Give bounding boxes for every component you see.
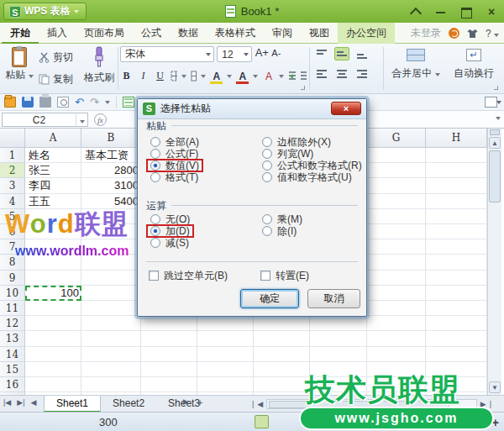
align-center-button[interactable] [334,67,349,81]
cell-A2[interactable]: 张三 [25,163,81,178]
row-header-11[interactable]: 11 [0,301,25,316]
col-header-H[interactable]: H [426,129,487,148]
row-header-3[interactable]: 3 [0,178,25,193]
scroll-right-icon[interactable]: ▶ [480,400,486,408]
cell-A4[interactable]: 王五 [25,194,81,209]
tab-视图[interactable]: 视图 [301,23,338,44]
dialog-title-bar[interactable]: S 选择性粘贴 × [138,99,366,119]
decrease-indent-icon[interactable] [288,71,295,81]
chevron-down-icon[interactable] [181,75,186,78]
skin-tshirt-icon[interactable] [467,29,478,39]
operation-option-减(S)[interactable]: 减(S) [146,236,194,250]
tab-插入[interactable]: 插入 [39,23,76,44]
tab-页面布局[interactable]: 页面布局 [76,23,133,44]
sheet-tab-Sheet1[interactable]: Sheet1 [44,396,101,413]
vertical-scrollbar[interactable]: ▲ ▼ [487,129,501,395]
redo-icon[interactable]: ↷ [90,97,99,108]
scroll-up-icon[interactable]: ▲ [489,137,501,149]
cell-B4[interactable]: 5400 [81,194,141,209]
col-header-G[interactable]: G [367,129,426,148]
operation-option-除(I)[interactable]: 除(I) [258,224,307,238]
increase-font-button[interactable]: A+ [255,46,269,59]
maximize-button[interactable] [460,7,472,17]
cut-button[interactable]: 剪切 [39,49,73,66]
align-middle-button[interactable] [334,47,349,60]
draw-border-grid-icon[interactable] [191,71,197,81]
align-right-button[interactable] [354,67,370,81]
merge-center-button[interactable]: 合并居中 [388,47,444,81]
close-button[interactable]: × [486,7,497,17]
chevron-down-icon[interactable] [253,75,258,78]
minimize-button[interactable] [435,7,447,17]
copy-button[interactable]: 复制 [39,71,73,87]
sheet-tab-Sheet2[interactable]: Sheet2 [101,396,156,413]
row-header-14[interactable]: 14 [0,347,25,362]
cell-B1[interactable]: 基本工资 [81,148,141,163]
chevron-down-icon[interactable] [227,75,232,78]
decrease-font-button[interactable]: A- [271,48,281,58]
bold-button[interactable]: B [120,70,133,82]
scrollbar-thumb[interactable] [489,150,501,202]
ok-button[interactable]: 确定 [240,289,299,308]
tab-表格样式[interactable]: 表格样式 [207,23,264,44]
row-header-8[interactable]: 8 [0,255,25,270]
dialog-close-button[interactable]: × [331,102,361,115]
cell-B3[interactable]: 3100 [81,178,141,193]
paste-option-格式(T)[interactable]: 格式(T) [146,171,203,184]
open-file-icon[interactable] [4,97,16,108]
row-header-1[interactable]: 1 [0,148,25,163]
print-icon[interactable] [39,97,51,108]
chevron-down-icon[interactable] [201,75,206,78]
row-header-10[interactable]: 10 [0,286,25,301]
font-color-button[interactable]: A [236,71,249,82]
row-header-9[interactable]: 9 [0,271,25,286]
transpose-checkbox[interactable]: 转置(E) [260,269,309,282]
zoom-in-button[interactable]: + [492,416,499,429]
insert-function-button[interactable]: fx [94,113,107,126]
tab-审阅[interactable]: 审阅 [264,23,301,44]
collapse-ribbon-button[interactable] [410,7,422,17]
prev-sheet-icon[interactable]: ◀ [31,398,37,407]
split-handle[interactable] [490,129,500,135]
save-icon[interactable] [22,97,34,108]
normal-view-button[interactable] [255,415,269,428]
first-sheet-icon[interactable]: |◀ [3,398,11,407]
fill-color-button[interactable]: A [210,71,223,82]
chevron-down-icon[interactable] [105,101,110,104]
dialog-launcher-icon[interactable] [494,86,498,90]
tab-公式[interactable]: 公式 [133,23,170,44]
row-header-7[interactable]: 7 [0,239,25,255]
add-sheet-icon[interactable]: + [197,397,202,407]
highlight-color-button[interactable]: A [262,71,275,82]
cell-A1[interactable]: 姓名 [25,148,81,163]
align-top-button[interactable] [314,47,329,60]
table-view-icon[interactable] [123,97,134,108]
next-sheet-icon[interactable]: ▶ [183,397,189,407]
expand-formula-bar-icon[interactable] [496,117,501,120]
row-header-15[interactable]: 15 [0,362,25,377]
chevron-down-icon[interactable] [279,75,284,78]
row-header-4[interactable]: 4 [0,194,25,209]
row-header-5[interactable]: 5 [0,209,25,224]
cancel-button[interactable]: 取消 [307,289,360,308]
paste-button[interactable]: 粘贴 [3,45,35,92]
align-left-button[interactable] [314,67,329,81]
undo-icon[interactable]: ↶ [75,97,84,108]
tab-办公空间[interactable]: 办公空间 [338,23,395,44]
tab-开始[interactable]: 开始 [2,23,39,44]
tab-数据[interactable]: 数据 [170,23,207,44]
align-bottom-button[interactable] [354,47,370,60]
borders-icon[interactable] [171,71,177,81]
col-header-A[interactable]: A [25,129,81,148]
wps-hotspot-icon[interactable] [449,28,459,39]
last-sheet-icon[interactable]: ▶| [17,398,24,407]
cell-A3[interactable]: 李四 [25,178,81,193]
customize-toolbar-icon[interactable] [485,97,497,108]
scroll-left-icon[interactable]: ◀ [257,400,263,408]
row-header-16[interactable]: 16 [0,377,25,392]
wrap-text-button[interactable]: ↵ 自动换行 [449,47,499,81]
help-button[interactable]: ? [486,28,499,39]
italic-button[interactable]: I [137,70,150,82]
paste-option-值和数字格式(U)[interactable]: 值和数字格式(U) [258,171,366,184]
login-status[interactable]: 未登录 [411,26,441,40]
